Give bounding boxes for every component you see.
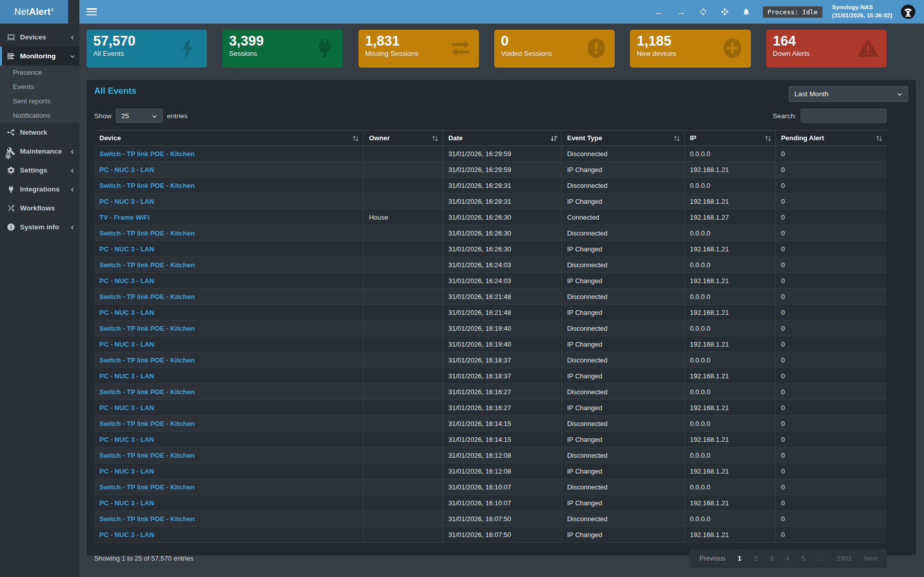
- device-link[interactable]: TV - Frame WiFi: [94, 209, 364, 225]
- event-type-cell: Disconnected: [562, 320, 685, 336]
- page-size-select[interactable]: 25: [116, 109, 163, 123]
- stat-card-new-devices[interactable]: 1,185New devices: [630, 30, 750, 68]
- ip-cell: 0.0.0.0: [685, 447, 776, 463]
- sidebar-item-integrations[interactable]: Integrations: [0, 180, 79, 199]
- event-type-cell: Disconnected: [562, 289, 685, 305]
- device-link[interactable]: Switch - TP link POE - Kitchen: [94, 178, 364, 194]
- column-header-date[interactable]: Date: [443, 131, 562, 146]
- device-link[interactable]: Switch - TP link POE - Kitchen: [94, 416, 364, 432]
- owner-cell: [364, 352, 443, 368]
- sidebar-item-workflows[interactable]: Workflows: [0, 199, 79, 218]
- device-link[interactable]: PC - NUC 3 - LAN: [94, 463, 364, 479]
- search-input[interactable]: [801, 109, 887, 123]
- device-link[interactable]: PC - NUC 3 - LAN: [94, 305, 364, 320]
- page-button-2[interactable]: 2: [753, 554, 757, 562]
- sidebar-item-settings[interactable]: Settings: [0, 161, 79, 180]
- owner-cell: [364, 146, 443, 162]
- page-ellipsis[interactable]: …: [817, 554, 824, 562]
- stat-card-down-alerts[interactable]: 164Down Alerts: [766, 30, 887, 68]
- device-link[interactable]: PC - NUC 3 - LAN: [94, 241, 364, 257]
- owner-cell: [364, 162, 443, 178]
- device-link[interactable]: PC - NUC 3 - LAN: [94, 432, 364, 447]
- refresh-icon[interactable]: [699, 8, 707, 16]
- page-button-2303[interactable]: 2303: [836, 554, 851, 562]
- event-type-cell: Connected: [562, 209, 685, 225]
- date-cell: 31/01/2026, 16:21:48: [443, 289, 562, 305]
- device-link[interactable]: PC - NUC 3 - LAN: [94, 368, 364, 384]
- owner-cell: [364, 225, 443, 241]
- sidebar-item-network[interactable]: Network: [0, 123, 79, 142]
- page-button-1[interactable]: 1: [738, 554, 741, 562]
- network-icon: [7, 128, 15, 137]
- device-link[interactable]: Switch - TP link POE - Kitchen: [94, 511, 364, 527]
- column-header-owner[interactable]: Owner: [364, 131, 443, 146]
- plus-icon: [721, 36, 744, 60]
- ip-cell: 0.0.0.0: [685, 178, 776, 194]
- sidebar-subitem-sent-reports[interactable]: Sent reports: [0, 94, 79, 109]
- sidebar-item-label: System info: [20, 223, 65, 231]
- pending-alert-cell: 0: [775, 320, 887, 336]
- table-row: Switch - TP link POE - Kitchen31/01/2026…: [94, 225, 887, 241]
- move-icon[interactable]: [721, 8, 729, 16]
- device-link[interactable]: Switch - TP link POE - Kitchen: [94, 225, 364, 241]
- owner-cell: [364, 432, 443, 447]
- device-link[interactable]: Switch - TP link POE - Kitchen: [94, 146, 364, 162]
- device-link[interactable]: PC - NUC 3 - LAN: [94, 495, 364, 511]
- device-link[interactable]: PC - NUC 3 - LAN: [94, 336, 364, 352]
- column-header-device[interactable]: Device: [94, 131, 364, 146]
- device-link[interactable]: Switch - TP link POE - Kitchen: [94, 479, 364, 495]
- device-link[interactable]: Switch - TP link POE - Kitchen: [94, 384, 364, 400]
- user-avatar[interactable]: [900, 4, 916, 19]
- owner-cell: [364, 511, 443, 527]
- column-header-event-type[interactable]: Event Type: [562, 131, 685, 146]
- next-page-button[interactable]: Next: [864, 554, 877, 562]
- sidebar-subitem-notifications[interactable]: Notifications: [0, 109, 79, 123]
- date-cell: 31/01/2026, 16:24:03: [443, 273, 562, 289]
- column-header-ip[interactable]: IP: [685, 131, 776, 146]
- sidebar-toggle-button[interactable]: [87, 8, 97, 15]
- bell-icon[interactable]: [742, 8, 750, 16]
- back-icon[interactable]: ←: [655, 8, 664, 16]
- forward-icon[interactable]: →: [677, 8, 686, 16]
- previous-page-button[interactable]: Previous: [700, 554, 726, 562]
- device-link[interactable]: PC - NUC 3 - LAN: [94, 400, 364, 416]
- device-link[interactable]: Switch - TP link POE - Kitchen: [94, 289, 364, 305]
- sidebar-item-system-info[interactable]: System info: [0, 218, 79, 237]
- stat-card-all-events[interactable]: 57,570All Events: [87, 30, 207, 68]
- device-link[interactable]: Switch - TP link POE - Kitchen: [94, 447, 364, 463]
- stat-card-sessions[interactable]: 3,399Sessions: [222, 30, 343, 68]
- ip-cell: 0.0.0.0: [685, 289, 776, 305]
- page-button-4[interactable]: 4: [786, 554, 789, 562]
- page-button-3[interactable]: 3: [770, 554, 773, 562]
- device-link[interactable]: Switch - TP link POE - Kitchen: [94, 320, 364, 336]
- ip-cell: 0.0.0.0: [685, 416, 776, 432]
- device-link[interactable]: Switch - TP link POE - Kitchen: [94, 257, 364, 273]
- event-type-cell: IP Changed: [562, 527, 685, 543]
- owner-cell: [364, 194, 443, 209]
- sidebar-item-monitoring[interactable]: Monitoring: [0, 47, 79, 66]
- sidebar-item-devices[interactable]: Devices: [0, 28, 79, 47]
- sidebar-subitem-presence[interactable]: Presence: [0, 66, 79, 80]
- event-type-cell: Disconnected: [562, 352, 685, 368]
- device-link[interactable]: PC - NUC 3 - LAN: [94, 162, 364, 178]
- device-link[interactable]: PC - NUC 3 - LAN: [94, 527, 364, 543]
- date-cell: 31/01/2026, 16:19:40: [443, 320, 562, 336]
- date-cell: 31/01/2026, 16:12:08: [443, 463, 562, 479]
- device-link[interactable]: Switch - TP link POE - Kitchen: [94, 352, 364, 368]
- bolt-icon: [177, 36, 200, 60]
- process-status-badge: Process: Idle: [763, 6, 823, 18]
- period-select[interactable]: Last Month: [789, 86, 908, 102]
- pending-alert-cell: 0: [775, 289, 887, 305]
- event-type-cell: IP Changed: [562, 194, 685, 209]
- rocket-icon[interactable]: [3, 150, 13, 160]
- device-link[interactable]: PC - NUC 3 - LAN: [94, 273, 364, 289]
- table-row: Switch - TP link POE - Kitchen31/01/2026…: [94, 257, 887, 273]
- page-button-5[interactable]: 5: [802, 554, 805, 562]
- brand-logo[interactable]: NetAlertx: [0, 0, 68, 24]
- sidebar-subitem-events[interactable]: Events: [0, 80, 79, 94]
- column-header-pending-alert[interactable]: Pending Alert: [775, 131, 887, 146]
- stat-card-missing-sessions[interactable]: 1,831Missing Sessions: [359, 30, 479, 68]
- device-link[interactable]: PC - NUC 3 - LAN: [94, 194, 364, 209]
- stat-card-voided-sessions[interactable]: 0Voided Sessions: [494, 30, 615, 68]
- event-type-cell: Disconnected: [562, 384, 685, 400]
